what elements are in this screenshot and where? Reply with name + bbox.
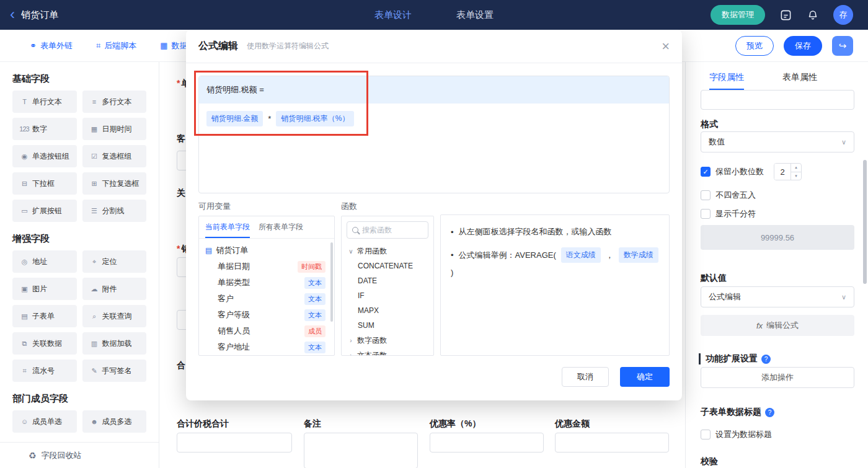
help-icon[interactable]: ? — [765, 408, 774, 417]
variable-row[interactable]: 单据日期 时间戳 — [199, 258, 334, 275]
field-member-multi[interactable]: ☻成员多选 — [82, 410, 147, 433]
preview-button[interactable]: 预览 — [735, 36, 774, 56]
field-number[interactable]: 123数字 — [12, 118, 77, 140]
field-datetime[interactable]: ▦日期时间 — [82, 118, 147, 140]
function-group-text[interactable]: › 文本函数 — [342, 348, 433, 356]
function-item-date[interactable]: DATE — [342, 273, 433, 288]
confirm-button[interactable]: 确定 — [620, 367, 670, 387]
field-select[interactable]: ⊟下拉框 — [12, 172, 77, 195]
no-round-row: 不四舍五入 — [701, 190, 756, 201]
cancel-button[interactable]: 取消 — [562, 367, 609, 387]
save-button[interactable]: 保存 — [784, 36, 822, 56]
tab-all-form-fields[interactable]: 所有表单字段 — [259, 216, 303, 238]
field-label-total: 合计价税合计 — [177, 418, 229, 430]
field-title-input[interactable] — [701, 90, 854, 110]
help-icon[interactable]: ? — [761, 355, 771, 364]
tab-form-design[interactable]: 表单设计 — [374, 9, 412, 21]
field-recycle-bin[interactable]: ♻ 字段回收站 — [0, 442, 159, 468]
formula-editor-area[interactable]: 销货明细.税额 = 销货明细.金额 * 销货明细.税率（%） — [198, 76, 670, 193]
field-member-single[interactable]: ☺成员单选 — [12, 410, 77, 433]
tab-form-settings[interactable]: 表单设置 — [456, 9, 494, 21]
data-manage-button[interactable]: 数据管理 — [711, 5, 765, 25]
field-subform[interactable]: ▤子表单 — [12, 305, 77, 327]
function-group-number[interactable]: › 数字函数 — [342, 333, 433, 348]
decimal-value-input[interactable] — [774, 164, 790, 180]
changelog-icon[interactable] — [779, 8, 792, 22]
default-value-select[interactable]: 公式编辑 ∨ — [701, 286, 854, 307]
variable-row[interactable]: 客户等级 文本 — [199, 307, 334, 323]
function-group-common[interactable]: ∨ 常用函数 — [342, 244, 433, 258]
field-attachment[interactable]: ☁附件 — [82, 278, 147, 300]
tab-current-form-fields[interactable]: 当前表单字段 — [205, 216, 250, 238]
field-type-tag: 文本 — [304, 309, 326, 321]
form-external-link[interactable]: ⚭ 表单外链 — [30, 40, 73, 51]
backend-script-link[interactable]: ⌗ 后端脚本 — [96, 40, 136, 51]
section-title-enhanced-fields: 增强字段 — [12, 233, 146, 244]
variables-scrollbar[interactable] — [330, 242, 333, 322]
share-button[interactable]: ↪ — [832, 36, 853, 56]
close-icon[interactable]: × — [662, 40, 670, 53]
tab-form-properties[interactable]: 表单属性 — [782, 72, 817, 90]
function-item-concatenate[interactable]: CONCATENATE — [342, 258, 433, 273]
panel-scrollbar[interactable] — [863, 160, 867, 284]
field-data-load[interactable]: ▥数据加载 — [82, 332, 147, 355]
avatar[interactable]: 存 — [833, 5, 853, 25]
function-item-mapx[interactable]: MAPX — [342, 303, 433, 318]
default-value-label: 默认值 — [701, 273, 727, 284]
tab-field-properties[interactable]: 字段属性 — [709, 72, 744, 90]
number-preview: 99999.56 — [701, 225, 854, 250]
thousand-checkbox[interactable] — [701, 209, 711, 219]
field-single-line-text[interactable]: T单行文本 — [12, 91, 77, 113]
formula-operand-tag[interactable]: 销货明细.税率（%） — [276, 111, 354, 126]
functions-panel: ∨ 常用函数 CONCATENATE DATE IF MAPX SUM › 数字… — [341, 216, 434, 356]
member-fields-grid: ☺成员单选 ☻成员多选 — [12, 410, 146, 433]
no-round-checkbox[interactable] — [701, 190, 711, 200]
field-radio-group[interactable]: ◉单选按钮组 — [12, 145, 77, 167]
field-serial-number[interactable]: ⌗流水号 — [12, 360, 77, 382]
bell-icon[interactable] — [806, 8, 820, 22]
formula-operand-tag[interactable]: 销货明细.金额 — [206, 111, 263, 126]
add-action-button[interactable]: 添加操作 — [701, 367, 854, 388]
field-image[interactable]: ▣图片 — [12, 278, 77, 300]
back-icon: ‹ — [10, 7, 15, 22]
field-linked-query[interactable]: ⌕关联查询 — [82, 305, 147, 327]
format-value: 数值 — [709, 136, 725, 148]
field-multi-line-text[interactable]: ≡多行文本 — [82, 91, 147, 113]
field-divider[interactable]: ☰分割线 — [82, 200, 147, 222]
field-address[interactable]: ◎地址 — [12, 250, 77, 273]
search-input[interactable] — [362, 226, 419, 234]
edit-formula-button[interactable]: fx 编辑公式 — [701, 315, 854, 336]
field-icon: ☺ — [18, 418, 30, 425]
variable-row[interactable]: 单据类型 文本 — [199, 275, 334, 291]
remark-input[interactable] — [304, 433, 418, 468]
field-linked-data[interactable]: ⧉关联数据 — [12, 332, 77, 355]
field-checkbox-group[interactable]: ☑复选框组 — [82, 145, 147, 167]
search-icon — [352, 227, 358, 233]
field-extend-button[interactable]: ▭扩展按钮 — [12, 200, 77, 222]
format-select[interactable]: 数值 ∨ — [701, 131, 854, 152]
discount-rate-input[interactable] — [430, 433, 544, 453]
field-type-tag: 文本 — [304, 293, 326, 305]
field-icon: ☰ — [88, 207, 100, 215]
field-signature[interactable]: ✎手写签名 — [82, 360, 147, 382]
field-icon: ◉ — [18, 152, 30, 161]
decimal-checkbox[interactable]: ✓ — [701, 167, 711, 177]
field-location[interactable]: ⌖定位 — [82, 250, 147, 273]
data-title-checkbox[interactable] — [701, 430, 711, 439]
add-action-label: 添加操作 — [761, 372, 794, 383]
variable-row[interactable]: 销售人员 成员 — [199, 323, 334, 339]
discount-amount-input[interactable] — [555, 433, 669, 453]
variable-tree-root[interactable]: ▤ 销货订单 — [199, 242, 334, 258]
functions-section-label: 函数 — [341, 201, 357, 212]
function-item-sum[interactable]: SUM — [342, 318, 433, 333]
stepper-up-icon[interactable]: ▴ — [791, 164, 801, 172]
required-star: * — [177, 244, 180, 254]
topbar-nav: 表单设计 表单设置 — [374, 9, 494, 21]
variable-row[interactable]: 客户地址 文本 — [199, 339, 334, 355]
field-multi-select[interactable]: ⊞下拉复选框 — [82, 172, 147, 195]
variable-row[interactable]: 客户 文本 — [199, 291, 334, 307]
function-item-if[interactable]: IF — [342, 288, 433, 303]
stepper-down-icon[interactable]: ▾ — [791, 172, 801, 180]
back-button[interactable]: ‹ 销货订单 — [10, 9, 58, 22]
total-input[interactable] — [177, 433, 292, 453]
